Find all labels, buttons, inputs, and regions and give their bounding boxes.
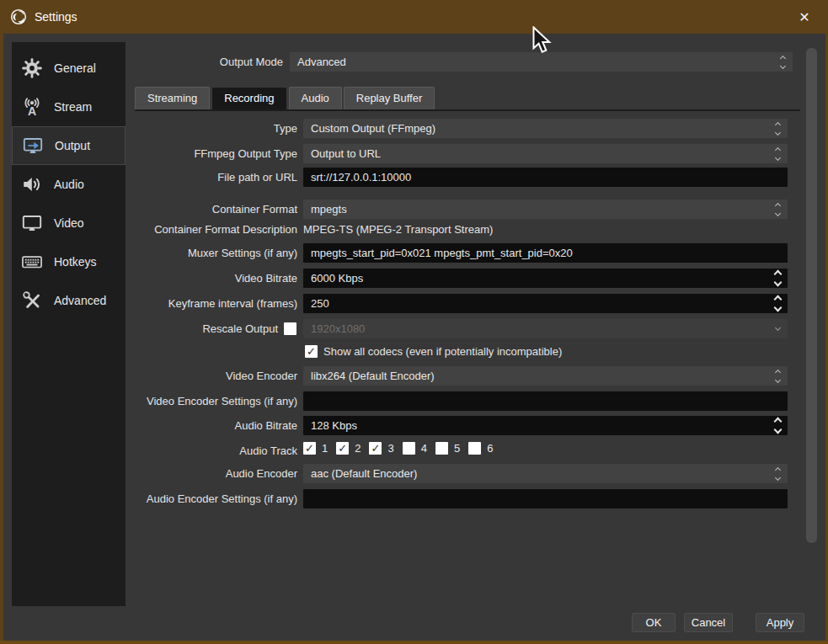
svg-text:A: A [28, 104, 36, 118]
type-value: Custom Output (FFmpeg) [311, 122, 435, 135]
spinner-arrows-icon[interactable] [771, 269, 785, 288]
audio-encoder-settings-input[interactable] [303, 489, 788, 508]
file-path-input[interactable]: srt://127.0.0.1:10000 [303, 168, 788, 187]
output-mode-value: Advanced [297, 56, 346, 68]
sidebar-item-label: Hotkeys [54, 255, 97, 269]
container-format-description-value: MPEG-TS (MPEG-2 Transport Stream) [303, 222, 493, 237]
spinner-arrows-icon[interactable] [771, 119, 785, 138]
chevron-down-icon [771, 319, 785, 338]
audio-track-group: 1 2 3 4 5 6 [303, 442, 493, 455]
audio-track-3-label: 3 [387, 442, 393, 455]
sidebar-item-output[interactable]: Output [12, 126, 126, 165]
audio-encoder-value: aac (Default Encoder) [311, 467, 417, 480]
cancel-button[interactable]: Cancel [684, 613, 733, 632]
sidebar-item-general[interactable]: General [12, 49, 126, 88]
tab-recording[interactable]: Recording [211, 87, 286, 109]
file-path-label: File path or URL [135, 168, 297, 187]
audio-bitrate-value: 128 Kbps [311, 419, 357, 432]
ok-button[interactable]: OK [632, 613, 676, 632]
settings-sidebar: General A Stream [12, 42, 126, 606]
sidebar-item-hotkeys[interactable]: Hotkeys [12, 242, 126, 281]
show-all-codecs-checkbox[interactable] [305, 345, 318, 358]
audio-track-1: 1 [303, 442, 328, 455]
tab-audio[interactable]: Audio [289, 87, 342, 109]
gear-icon [21, 57, 43, 79]
audio-track-1-label: 1 [322, 442, 328, 455]
container-format-label: Container Format [135, 200, 297, 219]
keyframe-interval-label: Keyframe interval (frames) [135, 294, 297, 313]
video-encoder-settings-label: Video Encoder Settings (if any) [135, 391, 297, 411]
video-bitrate-spinbox[interactable]: 6000 Kbps [303, 269, 788, 288]
window-frame-bottom [0, 641, 828, 644]
video-bitrate-label: Video Bitrate [135, 269, 297, 288]
audio-bitrate-spinbox[interactable]: 128 Kbps [303, 416, 788, 435]
apply-button[interactable]: Apply [756, 613, 804, 632]
spinner-arrows-icon[interactable] [776, 52, 790, 72]
tab-streaming[interactable]: Streaming [135, 87, 210, 109]
video-encoder-settings-input[interactable] [303, 391, 788, 411]
sidebar-item-video[interactable]: Video [12, 204, 126, 242]
tab-replay-buffer[interactable]: Replay Buffer [344, 87, 435, 109]
tab-separator [135, 109, 800, 111]
vertical-scrollbar[interactable] [806, 48, 817, 543]
sidebar-item-label: Video [54, 216, 84, 230]
keyframe-interval-spinbox[interactable]: 250 [303, 294, 788, 313]
video-encoder-value: libx264 (Default Encoder) [311, 370, 435, 382]
spinner-arrows-icon[interactable] [771, 294, 785, 313]
audio-encoder-settings-label: Audio Encoder Settings (if any) [135, 489, 297, 508]
type-select[interactable]: Custom Output (FFmpeg) [303, 119, 788, 138]
window-frame-left [0, 34, 3, 644]
audio-track-5-checkbox[interactable] [435, 442, 448, 455]
ffmpeg-output-type-select[interactable]: Output to URL [303, 144, 788, 163]
video-encoder-select[interactable]: libx264 (Default Encoder) [303, 366, 788, 386]
container-format-select[interactable]: mpegts [303, 200, 788, 219]
audio-encoder-select[interactable]: aac (Default Encoder) [303, 464, 788, 483]
sidebar-item-stream[interactable]: A Stream [12, 88, 126, 126]
audio-track-4-label: 4 [421, 442, 427, 455]
obs-logo-icon [10, 8, 27, 25]
output-mode-select[interactable]: Advanced [290, 52, 793, 72]
audio-track-2-checkbox[interactable] [336, 442, 349, 455]
muxer-settings-input[interactable]: mpegts_start_pid=0x021 mpegts_pmt_start_… [303, 243, 788, 263]
ffmpeg-output-type-label: FFmpeg Output Type [135, 144, 297, 163]
audio-track-2: 2 [336, 442, 361, 455]
audio-track-label: Audio Track [135, 441, 297, 460]
audio-track-5-label: 5 [454, 442, 460, 455]
sidebar-item-audio[interactable]: Audio [12, 165, 126, 204]
spinner-arrows-icon[interactable] [771, 200, 785, 219]
audio-track-3-checkbox[interactable] [369, 442, 382, 455]
speaker-icon [21, 173, 43, 195]
spinner-arrows-icon[interactable] [771, 416, 785, 435]
keyboard-icon [21, 251, 43, 273]
audio-track-6-checkbox[interactable] [468, 442, 481, 455]
sidebar-item-label: Output [55, 139, 90, 152]
video-encoder-label: Video Encoder [135, 366, 297, 386]
tools-icon [21, 290, 43, 311]
audio-track-2-label: 2 [355, 442, 361, 455]
video-bitrate-value: 6000 Kbps [311, 272, 363, 285]
audio-bitrate-label: Audio Bitrate [135, 416, 297, 435]
keyframe-interval-value: 250 [311, 297, 329, 310]
rescale-resolution-value: 1920x1080 [311, 322, 365, 335]
audio-track-6: 6 [468, 442, 493, 455]
output-mode-label: Output Mode [135, 52, 283, 72]
rescale-output-label: Rescale Output [135, 319, 278, 338]
ffmpeg-output-type-value: Output to URL [311, 147, 381, 160]
settings-window: Settings ✕ [0, 0, 828, 644]
audio-track-1-checkbox[interactable] [303, 442, 316, 455]
audio-track-3: 3 [369, 442, 393, 455]
output-tabs: Streaming Recording Audio Replay Buffer [135, 87, 435, 109]
close-button[interactable]: ✕ [788, 0, 821, 34]
spinner-arrows-icon[interactable] [771, 464, 785, 483]
audio-track-4-checkbox[interactable] [403, 442, 415, 455]
sidebar-item-advanced[interactable]: Advanced [12, 281, 126, 320]
muxer-settings-label: Muxer Settings (if any) [135, 243, 297, 263]
sidebar-item-label: Stream [54, 100, 92, 114]
close-icon: ✕ [799, 9, 809, 25]
spinner-arrows-icon[interactable] [771, 366, 785, 386]
rescale-output-checkbox[interactable] [284, 322, 296, 335]
spinner-arrows-icon[interactable] [771, 144, 785, 163]
container-format-value: mpegts [311, 203, 347, 216]
titlebar[interactable]: Settings [0, 0, 828, 34]
audio-encoder-label: Audio Encoder [135, 464, 297, 483]
